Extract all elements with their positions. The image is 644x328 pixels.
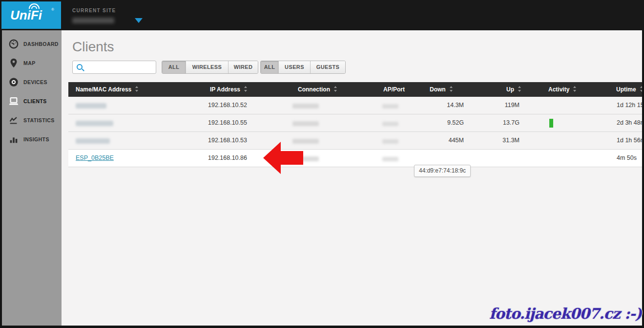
- column-label: Down: [430, 86, 446, 93]
- column-header-down[interactable]: Down: [430, 82, 454, 97]
- client-down: 445M: [420, 132, 464, 149]
- client-name-blurred[interactable]: [76, 138, 110, 144]
- bar-chart-icon: [8, 134, 19, 145]
- sort-icon: [573, 86, 577, 92]
- red-arrow-annotation: [261, 140, 304, 176]
- client-up: 119M: [476, 97, 519, 114]
- column-header-up[interactable]: Up: [506, 82, 522, 97]
- gauge-icon: [8, 39, 19, 49]
- filter-guests-button[interactable]: GUESTS: [310, 61, 345, 73]
- line-chart-icon: [8, 115, 19, 126]
- client-ip: 192.168.10.53: [200, 132, 255, 149]
- logo-wordmark: UniFi: [10, 8, 42, 23]
- column-label: AP/Port: [383, 86, 405, 93]
- watermark-text: foto.ijacek007.cz :-): [489, 305, 642, 322]
- column-header-connection[interactable]: Connection: [298, 82, 338, 97]
- laptop-icon: [8, 96, 19, 107]
- column-header-activity[interactable]: Activity: [548, 82, 577, 97]
- column-header-name-mac[interactable]: Name/MAC Address: [76, 82, 139, 97]
- mac-address-tooltip: 44:d9:e7:74:18:9c: [414, 165, 471, 177]
- column-header-uptime[interactable]: Uptime: [616, 82, 642, 97]
- column-label: Activity: [548, 86, 569, 93]
- column-label: Connection: [298, 86, 330, 93]
- sidebar-item-statistics[interactable]: STATISTICS: [2, 113, 62, 127]
- filter-wired-button[interactable]: WIRED: [228, 61, 258, 73]
- unifi-controller-window: UniFi ® CURRENT SITE DASHBOARD MAP: [0, 0, 644, 328]
- activity-indicator: [549, 119, 553, 128]
- column-label: IP Address: [210, 86, 240, 93]
- column-label: Uptime: [616, 86, 636, 93]
- table-header: Name/MAC Address IP Address Connection A…: [68, 82, 642, 97]
- top-bar: UniFi ® CURRENT SITE: [0, 0, 644, 30]
- sidebar-item-map[interactable]: MAP: [2, 56, 62, 70]
- filter-all-button[interactable]: ALL: [162, 61, 186, 73]
- sidebar-item-label: DASHBOARD: [23, 37, 59, 51]
- client-connection-blurred: [292, 121, 319, 126]
- table-row: 192.168.10.55 9.52G 13.7G 2d 3h 48m: [68, 114, 642, 132]
- main-content: Clients ALL WIRELESS WIRED ALL USERS GUE…: [62, 30, 642, 326]
- client-down: 9.52G: [420, 114, 464, 131]
- client-uptime: 1d 1h 56m: [617, 132, 642, 149]
- registered-mark: ®: [51, 7, 54, 12]
- table-row: ESP_0B25BE 192.168.10.86 4m 50s: [68, 150, 642, 167]
- client-ip: 192.168.10.52: [200, 97, 255, 114]
- map-pin-icon: [8, 58, 19, 68]
- client-ap-blurred: [382, 104, 398, 109]
- search-icon: [77, 64, 83, 70]
- unifi-logo[interactable]: UniFi ®: [1, 1, 61, 29]
- sidebar-item-label: STATISTICS: [23, 113, 55, 127]
- filter-wireless-button[interactable]: WIRELESS: [186, 61, 228, 73]
- sidebar-item-clients[interactable]: CLIENTS: [2, 94, 62, 108]
- sort-icon: [244, 86, 248, 92]
- search-input[interactable]: [85, 62, 155, 73]
- column-header-ip[interactable]: IP Address: [210, 82, 248, 97]
- column-label: Name/MAC Address: [76, 86, 131, 93]
- sort-icon: [518, 86, 522, 92]
- search-box: [72, 61, 156, 74]
- client-ap-blurred: [382, 122, 398, 126]
- column-header-ap-port: AP/Port: [383, 82, 405, 97]
- sort-icon: [449, 86, 454, 92]
- page-title: Clients: [72, 39, 114, 55]
- sidebar-item-label: MAP: [23, 56, 36, 70]
- sidebar-item-label: DEVICES: [23, 75, 47, 89]
- client-ip: 192.168.10.86: [200, 150, 255, 167]
- sidebar: DASHBOARD MAP DEVICES CLIENTS: [2, 30, 62, 326]
- sort-icon: [640, 86, 642, 92]
- sort-icon: [333, 86, 338, 92]
- client-ap-blurred: [382, 157, 398, 161]
- client-up: 31.3M: [476, 132, 519, 149]
- client-uptime: 1d 12h 15m: [617, 97, 642, 114]
- client-ip: 192.168.10.55: [200, 114, 255, 131]
- client-name-blurred[interactable]: [76, 103, 106, 109]
- sidebar-item-label: INSIGHTS: [23, 132, 49, 146]
- sidebar-item-label: CLIENTS: [23, 94, 47, 108]
- table-row: 192.168.10.53 445M 31.3M 1d 1h 56m: [68, 132, 642, 150]
- site-name-blurred[interactable]: [72, 18, 114, 23]
- client-connection-blurred: [292, 104, 319, 109]
- connection-filter-group: ALL WIRELESS WIRED: [162, 61, 258, 74]
- current-site-label: CURRENT SITE: [72, 8, 116, 13]
- devices-icon: [8, 77, 19, 87]
- site-dropdown-caret-icon[interactable]: [135, 18, 143, 23]
- client-up: 13.7G: [476, 114, 519, 131]
- sidebar-item-dashboard[interactable]: DASHBOARD: [2, 37, 62, 51]
- client-name-blurred[interactable]: [76, 121, 113, 126]
- sidebar-item-insights[interactable]: INSIGHTS: [2, 132, 62, 146]
- client-uptime: 2d 3h 48m: [617, 114, 642, 131]
- client-uptime: 4m 50s: [617, 150, 642, 167]
- client-down: 14.3M: [420, 97, 464, 114]
- table-row: 192.168.10.52 14.3M 119M 1d 12h 15m: [68, 97, 642, 114]
- sidebar-item-devices[interactable]: DEVICES: [2, 75, 62, 89]
- filter-users-button[interactable]: USERS: [278, 61, 310, 73]
- user-filter-group: ALL USERS GUESTS: [260, 61, 346, 74]
- client-name-link[interactable]: ESP_0B25BE: [76, 150, 114, 167]
- client-ap-blurred: [382, 139, 398, 144]
- filter-all-users-button[interactable]: ALL: [261, 61, 278, 73]
- sort-icon: [135, 86, 139, 92]
- column-label: Up: [506, 86, 514, 93]
